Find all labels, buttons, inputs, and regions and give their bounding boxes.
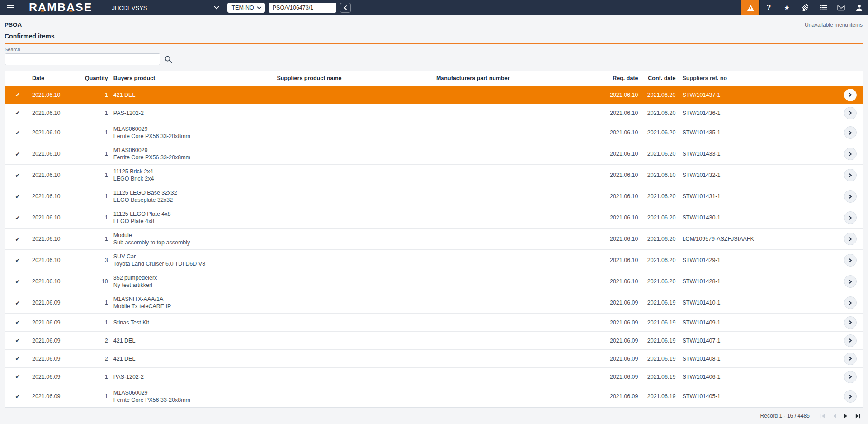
- cell-req-date: 2021.06.10: [601, 129, 638, 136]
- cell-date: 2021.06.09: [27, 338, 81, 344]
- open-item-chevron-button[interactable]: [844, 316, 857, 329]
- mail-icon[interactable]: [832, 0, 850, 15]
- open-item-chevron-button[interactable]: [844, 190, 857, 203]
- product-description: Ferrite Core PX56 33-20x8mm: [113, 396, 272, 404]
- table-row[interactable]: ✔ 2021.06.10 1 M1AS060029 Ferrite Core P…: [5, 122, 863, 143]
- cell-req-date: 2021.06.10: [601, 151, 638, 157]
- header-conf-date: Conf. date: [638, 75, 677, 81]
- cell-buyers-product: 421 DEL: [108, 355, 272, 362]
- search-label: Search: [5, 47, 863, 52]
- system-name: JHCDEVSYS: [112, 5, 147, 11]
- table-row[interactable]: ✔ 2021.06.10 1 PAS-1202-2 2021.06.10 202…: [5, 104, 863, 122]
- cell-buyers-product: 11125 LEGO Base 32x32 LEGO Baseplate 32x…: [108, 189, 272, 204]
- table-row[interactable]: ✔ 2021.06.09 1 Stinas Test Kit 2021.06.0…: [5, 314, 863, 332]
- table-row[interactable]: ✔ 2021.06.09 1 M1ASNITX-AAA/1A Mobile Tx…: [5, 292, 863, 314]
- first-page-icon[interactable]: [820, 413, 826, 419]
- open-item-chevron-button[interactable]: [844, 148, 857, 160]
- cell-req-date: 2021.06.09: [601, 300, 638, 306]
- navigate-back-button[interactable]: [340, 3, 351, 13]
- table-row[interactable]: ✔ 2021.06.10 1 Module Sub assembly to to…: [5, 229, 863, 250]
- confirmed-check-icon: ✔: [15, 355, 20, 362]
- table-row[interactable]: ✔ 2021.06.09 2 421 DEL 2021.06.09 2021.0…: [5, 332, 863, 350]
- search-type-select[interactable]: TEM-NO: [227, 3, 264, 13]
- cell-conf-date: 2021.06.20: [638, 110, 677, 116]
- cell-quantity: 1: [81, 92, 108, 98]
- cell-buyers-product: PAS-1202-2: [108, 373, 272, 381]
- help-icon[interactable]: ?: [760, 0, 778, 15]
- chevron-down-icon: [214, 6, 219, 10]
- product-description: LEGO Plate 4x8: [113, 218, 272, 225]
- table-row[interactable]: ✔ 2021.06.09 2 421 DEL 2021.06.09 2021.0…: [5, 350, 863, 368]
- items-tbody: ✔ 2021.06.10 1 421 DEL 2021.06.10 2021.0…: [5, 86, 863, 407]
- cell-conf-date: 2021.06.20: [638, 236, 677, 242]
- cell-conf-date: 2021.06.19: [638, 374, 677, 380]
- chevron-right-icon: [848, 215, 852, 220]
- last-page-icon[interactable]: [855, 413, 861, 419]
- attachment-paperclip-icon[interactable]: [796, 0, 814, 15]
- cell-quantity: 1: [81, 129, 108, 136]
- confirmed-check-icon: ✔: [15, 278, 20, 285]
- open-item-chevron-button[interactable]: [844, 107, 857, 119]
- search-icon[interactable]: [164, 55, 172, 63]
- open-item-chevron-button[interactable]: [844, 353, 857, 365]
- cell-date: 2021.06.10: [27, 151, 81, 157]
- table-row[interactable]: ✔ 2021.06.09 1 M1AS060029 Ferrite Core P…: [5, 386, 863, 407]
- previous-page-icon[interactable]: [831, 413, 837, 419]
- open-item-chevron-button[interactable]: [844, 275, 857, 288]
- table-row[interactable]: ✔ 2021.06.10 1 11125 Brick 2x4 LEGO Bric…: [5, 165, 863, 186]
- cell-req-date: 2021.06.09: [601, 393, 638, 400]
- cell-buyers-product: M1ASNITX-AAA/1A Mobile Tx teleCARE IP: [108, 295, 272, 310]
- cell-quantity: 3: [81, 257, 108, 263]
- open-item-chevron-button[interactable]: [844, 254, 857, 267]
- user-icon[interactable]: [850, 0, 868, 15]
- table-row[interactable]: ✔ 2021.06.09 1 PAS-1202-2 2021.06.09 202…: [5, 368, 863, 386]
- unavailable-menu-items-link[interactable]: Unavailable menu items: [805, 22, 863, 28]
- document-id-input[interactable]: [269, 3, 336, 13]
- table-row[interactable]: ✔ 2021.06.10 1 11125 LEGO Plate 4x8 LEGO…: [5, 207, 863, 229]
- cell-suppliers-ref-no: STW/101406-1: [677, 374, 831, 380]
- cell-quantity: 1: [81, 193, 108, 200]
- menu-list-icon[interactable]: [814, 0, 832, 15]
- system-select[interactable]: JHCDEVSYS: [112, 5, 219, 11]
- cell-date: 2021.06.09: [27, 393, 81, 400]
- cell-quantity: 1: [81, 374, 108, 380]
- header-req-date: Req. date: [601, 75, 638, 81]
- cell-req-date: 2021.06.10: [601, 257, 638, 263]
- cell-quantity: 10: [81, 278, 108, 285]
- chevron-down-icon: [257, 6, 262, 10]
- confirmed-check-icon: ✔: [15, 214, 20, 221]
- table-header-row: Date Quantity Buyers product Suppliers p…: [5, 71, 863, 86]
- warning-icon[interactable]: [741, 0, 760, 15]
- favorites-star-icon[interactable]: ★: [778, 0, 796, 15]
- cell-buyers-product: M1AS060029 Ferrite Core PX56 33-20x8mm: [108, 125, 272, 140]
- open-item-chevron-button[interactable]: [844, 334, 857, 347]
- open-item-chevron-button[interactable]: [844, 126, 857, 139]
- table-row[interactable]: ✔ 2021.06.10 1 11125 LEGO Base 32x32 LEG…: [5, 186, 863, 207]
- chevron-right-icon: [848, 194, 852, 199]
- title-section: Confirmed items: [5, 32, 863, 44]
- logo-letter: R: [29, 2, 38, 13]
- hamburger-menu-icon[interactable]: [0, 0, 21, 15]
- table-row[interactable]: ✔ 2021.06.10 3 SUV Car Toyota Land Cruis…: [5, 250, 863, 271]
- open-item-chevron-button[interactable]: [844, 371, 857, 383]
- next-page-icon[interactable]: [843, 413, 849, 419]
- cell-quantity: 2: [81, 338, 108, 344]
- cell-suppliers-ref-no: STW/101432-1: [677, 172, 831, 178]
- confirmed-check-icon: ✔: [15, 236, 20, 243]
- product-code: Module: [113, 232, 272, 239]
- cell-suppliers-ref-no: STW/101435-1: [677, 129, 831, 136]
- open-item-chevron-button[interactable]: [844, 233, 857, 245]
- table-row[interactable]: ✔ 2021.06.10 1 421 DEL 2021.06.10 2021.0…: [5, 86, 863, 104]
- open-item-chevron-button[interactable]: [844, 89, 857, 101]
- cell-buyers-product: 11125 LEGO Plate 4x8 LEGO Plate 4x8: [108, 210, 272, 225]
- open-item-chevron-button[interactable]: [844, 296, 857, 309]
- open-item-chevron-button[interactable]: [844, 169, 857, 181]
- open-item-chevron-button[interactable]: [844, 211, 857, 224]
- table-row[interactable]: ✔ 2021.06.10 1 M1AS060029 Ferrite Core P…: [5, 143, 863, 165]
- cell-quantity: 1: [81, 172, 108, 178]
- search-input[interactable]: [5, 53, 160, 65]
- table-row[interactable]: ✔ 2021.06.10 10 352 pumpedelerx Ny test …: [5, 271, 863, 292]
- cell-quantity: 1: [81, 300, 108, 306]
- cell-suppliers-ref-no: STW/101409-1: [677, 319, 831, 326]
- open-item-chevron-button[interactable]: [844, 390, 857, 403]
